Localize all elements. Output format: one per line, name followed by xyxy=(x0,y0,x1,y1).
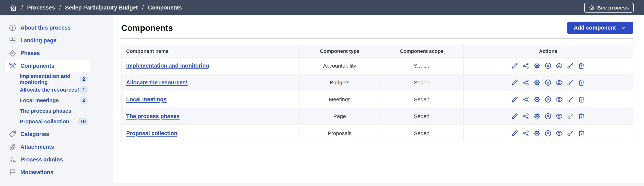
home-link[interactable] xyxy=(10,4,17,11)
preview-eye-icon[interactable] xyxy=(556,96,563,103)
component-name-link[interactable]: The process phases xyxy=(126,113,180,119)
component-name-link[interactable]: Implementation and monitoring xyxy=(126,63,209,69)
table-row: Implementation and monitoring Accountabi… xyxy=(122,58,633,74)
edit-icon[interactable] xyxy=(511,113,518,120)
page-title: Components xyxy=(121,23,173,33)
sidebar-item-components[interactable]: Components xyxy=(5,60,90,72)
share-icon[interactable] xyxy=(522,113,530,120)
layout-grid-icon xyxy=(8,37,16,45)
sidebar-item-process-admins[interactable]: Process admins xyxy=(0,153,113,166)
components-submenu: Implementation and monitoring 2 Allocate… xyxy=(0,72,113,128)
preview-eye-icon[interactable] xyxy=(556,62,563,70)
component-scope-cell: Sedep xyxy=(380,91,464,108)
permissions-key-icon[interactable] xyxy=(566,130,574,137)
table-header-row: Component name Component type Component … xyxy=(122,45,633,58)
preview-eye-icon[interactable] xyxy=(556,130,563,137)
table-row: Allocate the resources! Budgets Sedep xyxy=(122,74,633,91)
edit-icon[interactable] xyxy=(511,96,518,103)
table-row: Local meetings Meetings Sedep xyxy=(122,91,633,108)
component-name-link[interactable]: Proposal collection xyxy=(126,130,178,136)
share-icon[interactable] xyxy=(522,96,530,103)
delete-trash-icon[interactable] xyxy=(578,62,585,70)
settings-icon[interactable] xyxy=(533,96,541,103)
component-type-cell: Accountability xyxy=(300,58,380,74)
delete-trash-icon[interactable] xyxy=(578,130,585,137)
sidebar-subitem-implementation[interactable]: Implementation and monitoring 2 xyxy=(0,74,113,84)
sidebar-item-moderations[interactable]: Moderations xyxy=(0,166,113,179)
delete-trash-icon[interactable] xyxy=(578,113,585,120)
settings-icon[interactable] xyxy=(533,79,541,86)
column-header-component-scope: Component scope xyxy=(380,45,464,58)
flag-icon xyxy=(8,168,16,176)
sidebar-subitem-local-meetings[interactable]: Local meetings 2 xyxy=(0,95,113,106)
preview-eye-icon[interactable] xyxy=(556,79,563,86)
home-icon xyxy=(10,4,17,11)
count-badge: 2 xyxy=(80,96,88,104)
component-scope-cell: Sedep xyxy=(380,108,464,125)
sidebar-item-landing-page[interactable]: Landing page xyxy=(0,34,113,47)
breadcrumb-separator: / xyxy=(142,5,144,11)
price-tag-icon xyxy=(8,130,16,138)
count-badge: 2 xyxy=(80,75,88,83)
component-type-cell: Budgets xyxy=(300,74,380,91)
see-process-label: See process xyxy=(597,5,629,11)
share-icon[interactable] xyxy=(522,79,530,86)
edit-icon[interactable] xyxy=(511,79,518,86)
sidebar-item-categories[interactable]: Categories xyxy=(0,128,113,140)
sidebar-item-attachments[interactable]: Attachments xyxy=(0,140,113,153)
breadcrumb-processes[interactable]: Processes xyxy=(27,5,55,11)
permissions-key-icon[interactable] xyxy=(566,96,574,103)
unpublish-circle-x-icon[interactable] xyxy=(544,96,552,103)
component-scope-cell: Sedep xyxy=(380,74,464,91)
component-type-cell: Proposals xyxy=(300,125,380,142)
preview-eye-icon[interactable] xyxy=(556,113,563,120)
sidebar-item-phases[interactable]: Phases xyxy=(0,47,113,60)
see-process-button[interactable]: See process xyxy=(584,3,634,13)
sidebar: About this process Landing page Phases C… xyxy=(0,15,113,183)
edit-icon[interactable] xyxy=(511,62,518,70)
add-component-label: Add component xyxy=(574,25,616,31)
breadcrumb-components[interactable]: Components xyxy=(148,5,182,11)
column-header-component-type: Component type xyxy=(300,45,380,58)
component-name-link[interactable]: Local meetings xyxy=(126,96,167,102)
permissions-key-icon[interactable] xyxy=(566,113,574,120)
sidebar-subitem-process-phases[interactable]: The process phases xyxy=(0,106,113,116)
eye-target-icon xyxy=(589,5,594,11)
unpublish-circle-x-icon[interactable] xyxy=(544,113,552,120)
info-circle-icon xyxy=(8,24,16,32)
count-badge: 1 xyxy=(80,86,88,94)
edit-icon[interactable] xyxy=(511,130,518,137)
delete-trash-icon[interactable] xyxy=(578,96,585,103)
settings-icon[interactable] xyxy=(533,113,541,120)
delete-trash-icon[interactable] xyxy=(578,79,585,86)
unpublish-circle-x-icon[interactable] xyxy=(544,130,552,137)
unpublish-circle-x-icon[interactable] xyxy=(544,62,552,70)
table-row: Proposal collection Proposals Sedep xyxy=(122,125,633,142)
share-icon[interactable] xyxy=(522,130,530,137)
breadcrumb-separator: / xyxy=(59,5,61,11)
paperclip-icon xyxy=(8,143,16,151)
sidebar-item-about[interactable]: About this process xyxy=(0,21,113,34)
title-divider xyxy=(121,39,633,39)
column-header-actions: Actions xyxy=(464,45,633,58)
add-component-button[interactable]: Add component xyxy=(567,22,633,34)
share-icon[interactable] xyxy=(522,62,530,70)
component-type-cell: Meetings xyxy=(300,91,380,108)
breadcrumb-separator: / xyxy=(21,5,23,11)
settings-icon[interactable] xyxy=(533,130,541,137)
breadcrumb-process-title[interactable]: Sedep Participatory Budget xyxy=(65,5,138,11)
settings-icon[interactable] xyxy=(533,62,541,70)
unpublish-circle-x-icon[interactable] xyxy=(544,79,552,86)
column-header-component-name: Component name xyxy=(122,45,300,58)
permissions-key-icon[interactable] xyxy=(566,62,574,70)
component-scope-cell: Sedep xyxy=(380,125,464,142)
sidebar-subitem-allocate-resources[interactable]: Allocate the resources! 1 xyxy=(0,84,113,95)
component-scope-cell: Sedep xyxy=(380,58,464,74)
tools-icon xyxy=(8,62,16,70)
main-content: Components Add component Component name … xyxy=(113,15,644,183)
chevron-down-icon xyxy=(620,25,627,31)
component-type-cell: Page xyxy=(300,108,380,125)
component-name-link[interactable]: Allocate the resources! xyxy=(126,79,188,86)
permissions-key-icon[interactable] xyxy=(566,79,574,86)
sidebar-subitem-proposal-collection[interactable]: Proposal collection 10 xyxy=(0,116,113,127)
